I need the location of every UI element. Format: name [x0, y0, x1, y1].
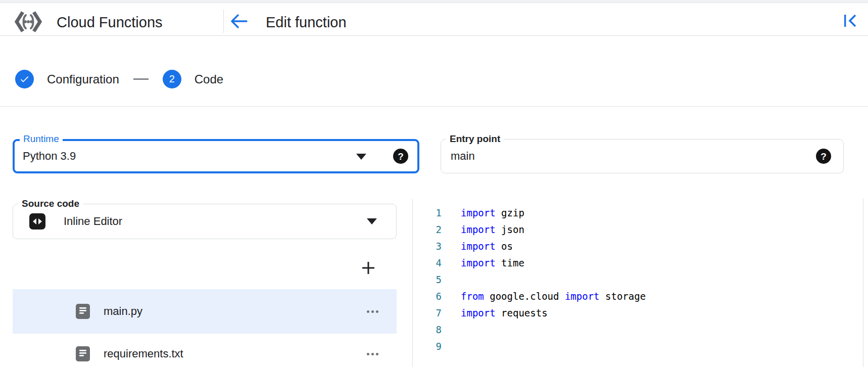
- code-text: from google.cloud import storage: [461, 291, 646, 302]
- line-number: 1: [413, 207, 442, 218]
- question-mark-icon: ?: [398, 152, 404, 161]
- step-configuration-label: Configuration: [47, 72, 119, 86]
- question-mark-icon: ?: [821, 152, 827, 161]
- file-menu-button[interactable]: [365, 349, 379, 359]
- step-code-label: Code: [195, 72, 223, 86]
- ellipsis-icon: [367, 353, 369, 355]
- runtime-select[interactable]: Runtime Python 3.9 ?: [13, 139, 419, 173]
- runtime-value: Python 3.9: [23, 141, 76, 171]
- code-text: import requests: [461, 307, 548, 318]
- caret-down-icon: [367, 218, 377, 224]
- cloud-functions-logo-icon: [14, 11, 42, 33]
- step-configuration[interactable]: Configuration: [15, 70, 119, 88]
- line-number: 6: [413, 291, 442, 302]
- code-line: 3import os: [413, 238, 862, 254]
- header-divider: [223, 10, 224, 33]
- file-name: requirements.txt: [104, 347, 183, 360]
- inline-editor-code-icon: [29, 213, 45, 230]
- app-header: Cloud Functions Edit function: [0, 3, 868, 36]
- entry-point-value: main: [451, 140, 475, 173]
- line-number: 8: [413, 324, 442, 335]
- collapse-panel-icon: [843, 22, 857, 29]
- file-menu-button[interactable]: [365, 306, 379, 316]
- code-text: import time: [461, 257, 524, 268]
- line-number: 3: [413, 241, 442, 252]
- back-arrow-icon: [230, 23, 248, 30]
- code-text: import os: [461, 241, 513, 252]
- runtime-help-button[interactable]: ?: [393, 149, 408, 164]
- document-icon: [76, 304, 90, 319]
- entry-point-input[interactable]: Entry point main ?: [441, 139, 844, 173]
- code-line: 6from google.cloud import storage: [413, 288, 862, 304]
- file-row-requirements-txt[interactable]: requirements.txt: [13, 332, 397, 367]
- line-number: 5: [413, 274, 442, 285]
- code-editor[interactable]: 1import gzip2import json3import os4impor…: [413, 204, 862, 354]
- back-button[interactable]: [229, 14, 249, 30]
- code-line: 4import time: [413, 254, 862, 271]
- code-text: import gzip: [461, 207, 524, 218]
- step-code-number: 2: [163, 70, 181, 88]
- source-code-value: Inline Editor: [64, 204, 122, 239]
- code-line: 1import gzip: [413, 204, 862, 221]
- code-line: 8: [413, 321, 862, 338]
- code-line: 2import json: [413, 221, 862, 238]
- entry-point-help-button[interactable]: ?: [816, 149, 831, 164]
- step-connector: [133, 78, 149, 80]
- plus-icon: [361, 269, 375, 277]
- editor-right-border: [863, 199, 863, 367]
- code-line: 5: [413, 271, 862, 288]
- step-complete-check-icon: [15, 70, 34, 88]
- page-title: Edit function: [266, 14, 347, 31]
- document-icon: [76, 346, 90, 361]
- ellipsis-icon: [367, 310, 369, 313]
- add-file-button[interactable]: [361, 261, 376, 276]
- code-line: 7import requests: [413, 304, 862, 321]
- file-row-main-py[interactable]: main.py: [13, 289, 397, 334]
- caret-down-icon: [356, 154, 366, 160]
- file-name: main.py: [104, 305, 142, 318]
- line-number: 2: [413, 224, 442, 235]
- line-number: 7: [413, 307, 442, 318]
- line-number: 4: [413, 257, 442, 268]
- wizard-stepper: Configuration 2 Code: [15, 70, 223, 88]
- collapse-panel-button[interactable]: [843, 14, 858, 29]
- section-divider: [0, 106, 868, 107]
- code-line: 9: [413, 338, 862, 354]
- line-number: 9: [413, 341, 442, 352]
- step-code[interactable]: 2 Code: [163, 70, 223, 88]
- source-code-select[interactable]: Source code Inline Editor: [13, 204, 397, 239]
- product-title: Cloud Functions: [57, 14, 163, 31]
- code-text: import json: [461, 224, 524, 235]
